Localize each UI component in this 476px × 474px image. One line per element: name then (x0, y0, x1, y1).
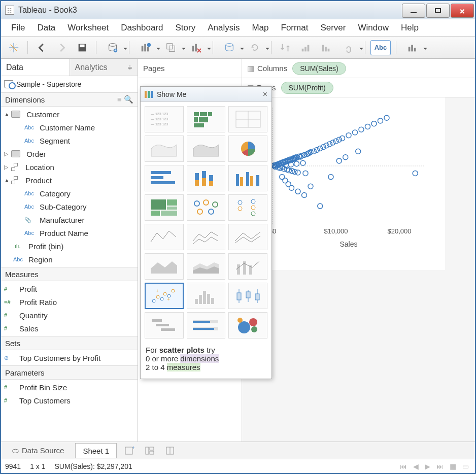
menu-data[interactable]: Data (31, 21, 61, 35)
set-top-customers[interactable]: ⊘Top Customers by Profit (1, 351, 138, 364)
dim-product[interactable]: ▲ Product (1, 174, 138, 187)
viz-stacked-bar[interactable] (187, 165, 226, 191)
measure-sales[interactable]: #Sales (1, 322, 138, 335)
viz-bullet[interactable] (187, 312, 226, 338)
viz-side-by-side-bar[interactable] (228, 165, 267, 191)
menu-worksheet[interactable]: Worksheet (61, 21, 115, 35)
new-worksheet-button[interactable] (134, 40, 157, 55)
menu-help[interactable]: Help (395, 21, 425, 35)
refresh-button[interactable] (244, 40, 266, 55)
viz-treemap[interactable] (145, 194, 184, 221)
columns-pill[interactable]: SUM(Sales) (292, 62, 346, 75)
viz-heatmap[interactable] (187, 106, 226, 132)
showme-close-button[interactable]: × (263, 90, 267, 99)
dim-segment[interactable]: AbcSegment (1, 134, 138, 147)
menu-dashboard[interactable]: Dashboard (115, 21, 169, 35)
prev-button[interactable]: ◀ (411, 462, 421, 470)
menu-window[interactable]: Window (352, 21, 394, 35)
new-story-tab[interactable] (162, 445, 178, 457)
dim-subcategory[interactable]: AbcSub-Category (1, 200, 138, 213)
svg-point-149 (203, 200, 209, 205)
viz-dual-combo[interactable] (228, 253, 267, 280)
minimize-button[interactable] (402, 4, 425, 18)
first-button[interactable]: ⏮ (398, 462, 409, 470)
menu-map[interactable]: Map (246, 21, 275, 35)
dim-profit-bin[interactable]: .ılı.Profit (bin) (1, 240, 138, 253)
next-button[interactable]: ▶ (423, 462, 432, 470)
auto-update-button[interactable] (218, 40, 241, 55)
viz-line-discrete[interactable] (187, 224, 226, 250)
menu-story[interactable]: Story (169, 21, 201, 35)
param-top-customers[interactable]: #Top Customers (1, 394, 138, 407)
back-button[interactable] (33, 40, 50, 55)
pages-shelf[interactable]: Pages (138, 59, 242, 78)
viz-dual-line[interactable] (228, 224, 267, 250)
menu-file[interactable]: File (5, 21, 31, 35)
menu-format[interactable]: Format (275, 21, 315, 35)
dim-order-folder[interactable]: ▷ Order (1, 147, 138, 160)
duplicate-button[interactable] (160, 40, 182, 55)
new-worksheet-tab[interactable]: + (122, 445, 137, 457)
labels-button[interactable]: Abc (370, 40, 391, 55)
save-button[interactable] (74, 40, 91, 55)
dim-manufacturer[interactable]: 📎Manufacturer (1, 213, 138, 226)
new-datasource-button[interactable]: + (101, 40, 124, 55)
measure-profit-ratio[interactable]: =#Profit Ratio (1, 295, 138, 309)
showme-button[interactable] (401, 40, 424, 55)
svg-point-91 (327, 142, 332, 147)
viz-area-continuous[interactable] (145, 253, 184, 280)
viz-boxplot[interactable] (228, 283, 267, 309)
viz-gantt[interactable] (145, 312, 184, 338)
maximize-button[interactable] (426, 4, 450, 18)
dim-customer-folder[interactable]: ▲ Customer (1, 108, 138, 121)
viz-symbol-map[interactable] (145, 136, 184, 162)
viz-area-discrete[interactable] (187, 253, 226, 280)
sheet1-tab[interactable]: Sheet 1 (75, 443, 117, 458)
rows-shelf[interactable]: ☰Rows SUM(Profit) (242, 78, 475, 97)
dim-location[interactable]: ▷ Location (1, 160, 138, 174)
viz-scatter[interactable]: ++ (145, 283, 184, 309)
attach-button[interactable] (337, 40, 360, 55)
filmstrip-button[interactable]: ▭ (460, 462, 471, 470)
columns-shelf[interactable]: ▥Columns SUM(Sales) (242, 59, 475, 78)
dim-category[interactable]: AbcCategory (1, 187, 138, 200)
viz-highlight-table[interactable] (228, 106, 267, 132)
rows-pill[interactable]: SUM(Profit) (281, 82, 333, 94)
viz-pie[interactable] (228, 136, 267, 162)
menu-analysis[interactable]: Analysis (201, 21, 246, 35)
viz-filled-map[interactable] (187, 136, 226, 162)
viz-hbar[interactable] (145, 165, 184, 191)
swap-button[interactable] (277, 40, 294, 55)
viz-circle-views[interactable] (187, 194, 226, 221)
tab-analytics[interactable]: Analytics≑ (70, 59, 138, 76)
close-button[interactable]: × (451, 4, 474, 18)
param-profit-bin-size[interactable]: #Profit Bin Size (1, 381, 138, 394)
datasource-row[interactable]: Sample - Superstore (1, 76, 138, 92)
last-button[interactable]: ⏭ (434, 462, 446, 470)
viz-packed-bubbles[interactable] (228, 312, 267, 338)
sort-desc-button[interactable] (317, 40, 334, 55)
logo-icon[interactable] (5, 40, 22, 55)
grid-view-button[interactable]: ▦ (448, 462, 458, 470)
viz-histogram[interactable] (187, 283, 226, 309)
datasource-tab[interactable]: ⬭Data Source (5, 443, 71, 458)
dim-customer-name[interactable]: AbcCustomer Name (1, 121, 138, 134)
svg-rect-180 (152, 319, 162, 322)
clear-button[interactable] (185, 40, 208, 55)
viz-line-continuous[interactable] (145, 224, 184, 250)
list-icon[interactable]: ≡ 🔍 (117, 95, 133, 104)
new-dashboard-tab[interactable] (142, 445, 157, 457)
dim-product-name[interactable]: AbcProduct Name (1, 226, 138, 240)
measure-profit[interactable]: #Profit (1, 282, 138, 295)
showme-header[interactable]: Show Me × (141, 87, 271, 102)
tab-data[interactable]: Data (1, 59, 70, 76)
viz-text-table[interactable]: — 123 123— 123 123— 123 123 (145, 106, 184, 132)
measure-quantity[interactable]: #Quantity (1, 309, 138, 322)
sort-asc-button[interactable] (297, 40, 314, 55)
forward-button[interactable] (53, 40, 71, 55)
dim-region[interactable]: AbcRegion (1, 253, 138, 266)
scatter-chart[interactable]: -$5,000$0$5,000$0$10,000$20,000SalesProf… (242, 97, 445, 270)
viz-side-circles[interactable] (228, 194, 267, 221)
svg-point-81 (303, 171, 308, 176)
menu-server[interactable]: Server (314, 21, 352, 35)
